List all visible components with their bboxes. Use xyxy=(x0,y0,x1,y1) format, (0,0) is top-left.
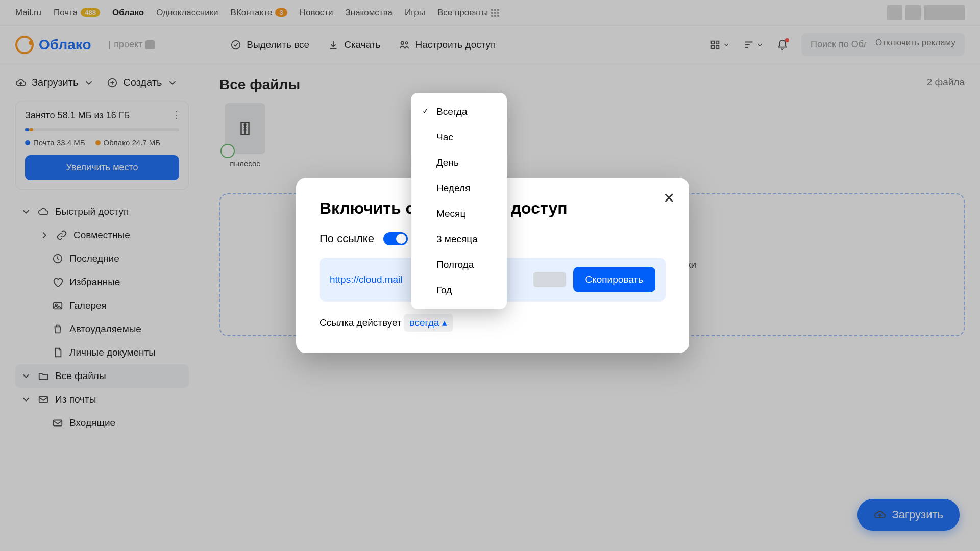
expire-select[interactable]: всегда ▴ xyxy=(404,314,454,332)
expire-option-halfyear[interactable]: Полгода xyxy=(411,252,507,278)
close-button[interactable]: ✕ xyxy=(663,190,675,207)
expire-option-week[interactable]: Неделя xyxy=(411,176,507,201)
expire-popover: Всегда Час День Неделя Месяц 3 месяца По… xyxy=(411,93,507,309)
copy-button[interactable]: Скопировать xyxy=(573,267,655,292)
expire-option-day[interactable]: День xyxy=(411,150,507,176)
by-link-label: По ссылке xyxy=(320,232,374,245)
expire-option-hour[interactable]: Час xyxy=(411,124,507,150)
expire-label: Ссылка действует xyxy=(320,317,402,329)
url-hidden xyxy=(533,272,566,287)
expire-option-year[interactable]: Год xyxy=(411,278,507,303)
expire-option-3months[interactable]: 3 месяца xyxy=(411,227,507,252)
expire-row: Ссылка действует всегда ▴ xyxy=(320,314,666,332)
expire-option-always[interactable]: Всегда xyxy=(411,99,507,124)
link-toggle[interactable] xyxy=(383,232,408,245)
expire-option-month[interactable]: Месяц xyxy=(411,201,507,227)
